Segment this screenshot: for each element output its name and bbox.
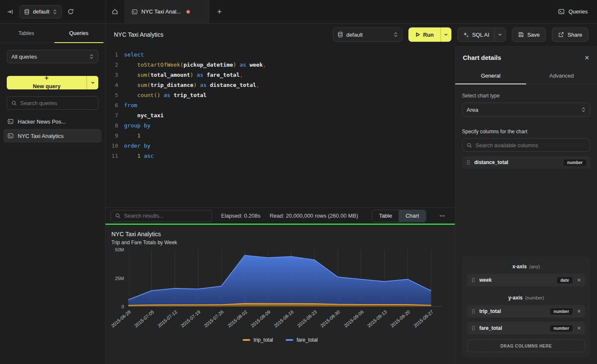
code-line: 1: [124, 131, 140, 141]
database-selector[interactable]: default: [19, 5, 62, 19]
line-number: 10: [105, 141, 118, 151]
sidebar-collapse-icon: [7, 8, 14, 15]
header-database-selector[interactable]: default: [333, 27, 403, 42]
remove-column-icon[interactable]: ✕: [577, 309, 581, 314]
view-toggle-table[interactable]: Table: [372, 210, 399, 222]
header-database-value: default: [346, 32, 390, 38]
app-body: Tables Queries All queries New query: [0, 24, 597, 364]
legend-item-fare_total[interactable]: fare_total: [286, 337, 318, 343]
column-name: trip_total: [479, 308, 501, 314]
editor-line: 1select: [105, 50, 455, 60]
chevron-down-icon: [91, 81, 95, 85]
column-chip-trip_total[interactable]: trip_totalnumber✕: [467, 305, 585, 318]
legend-label: fare_total: [297, 337, 318, 343]
query-list: Hacker News Pos...NYC Taxi Analytics: [0, 115, 105, 143]
y-axis-items: trip_totalnumber✕fare_totalnumber✕: [467, 301, 585, 334]
code-line: toStartOfWeek(pickup_datetime) as week,: [124, 60, 266, 70]
chart-title: NYC Taxi Analytics: [111, 231, 455, 237]
queries-button[interactable]: Queries: [549, 0, 597, 23]
query-search-input[interactable]: [20, 100, 94, 106]
run-button[interactable]: Run: [408, 27, 440, 42]
chevrons-updown-icon: [581, 107, 586, 113]
chart-type-label: Select chart type: [462, 93, 590, 99]
y-axis-labels: 025M50M: [105, 250, 128, 307]
close-panel-button[interactable]: ✕: [584, 54, 589, 61]
sidebar-tabs: Tables Queries: [0, 24, 105, 43]
remove-column-icon[interactable]: ✕: [577, 326, 581, 331]
editor-line: 8group by: [105, 121, 455, 131]
chart-plot: [128, 250, 443, 307]
legend-item-trip_total[interactable]: trip_total: [243, 337, 273, 343]
chart-panel: NYC Taxi Analytics Trip and Fare Totals …: [105, 225, 455, 364]
sql-editor[interactable]: 1select2 toStartOfWeek(pickup_datetime) …: [105, 46, 455, 208]
drag-columns-drop-zone[interactable]: DRAG COLUMNS HERE: [467, 340, 585, 352]
tab-advanced[interactable]: Advanced: [526, 67, 597, 84]
column-chip-distance_total[interactable]: distance_totalnumber: [462, 156, 590, 169]
more-options-button[interactable]: ⋯: [435, 213, 450, 219]
editor-line: 11 1 asc: [105, 151, 455, 161]
save-button[interactable]: Save: [512, 27, 546, 42]
remove-column-icon[interactable]: ✕: [577, 278, 581, 283]
collapse-sidebar-button[interactable]: [7, 8, 14, 15]
new-tab-button[interactable]: +: [209, 0, 230, 23]
database-icon: [338, 32, 343, 38]
x-axis-hint: (any): [529, 264, 540, 269]
x-axis-header: x-axis(any): [467, 264, 585, 270]
sidebar-tab-queries[interactable]: Queries: [53, 24, 105, 43]
chevrons-updown-icon: [89, 54, 94, 59]
axes-card: x-axis(any) weekdate✕ y-axis(number) tri…: [462, 256, 590, 357]
sql-ai-button[interactable]: SQL AI: [458, 28, 494, 41]
chevron-down-icon: [444, 32, 448, 37]
sidebar-query-item[interactable]: Hacker News Pos...: [3, 115, 102, 128]
sidebar-query-item[interactable]: NYC Taxi Analytics: [3, 129, 102, 143]
columns-search-box: [462, 138, 590, 152]
active-query-tab[interactable]: NYC Taxi Anal...: [125, 0, 209, 23]
line-number: 6: [105, 100, 118, 111]
new-query-caret-button[interactable]: [86, 76, 98, 89]
drag-handle-icon: [471, 325, 475, 331]
column-chip-week[interactable]: weekdate✕: [467, 274, 585, 286]
drag-handle-icon: [466, 159, 470, 165]
column-type-badge: number: [550, 325, 573, 332]
refresh-button[interactable]: [68, 8, 74, 15]
view-toggle-chart[interactable]: Chart: [399, 210, 426, 222]
search-icon: [467, 143, 472, 148]
new-query-button[interactable]: New query: [7, 76, 86, 89]
area-chart-svg: [128, 250, 443, 307]
share-button[interactable]: Share: [552, 27, 589, 42]
x-tick-label: 2015-09-27: [413, 309, 434, 328]
tab-general[interactable]: General: [455, 67, 526, 84]
x-tick-label: 2015-08-16: [273, 309, 294, 328]
results-search-input[interactable]: [124, 213, 207, 219]
run-caret-button[interactable]: [440, 27, 451, 42]
x-tick-label: 2015-07-12: [157, 309, 178, 328]
y-tick-label: 50M: [115, 247, 124, 252]
topbar: default NYC Taxi Anal... + Queries: [0, 0, 597, 24]
queries-filter-select[interactable]: All queries: [7, 50, 98, 63]
search-icon: [11, 100, 17, 106]
new-query-split-button: New query: [7, 76, 98, 89]
editor-line: 4 sum(trip_distance) as distance_total,: [105, 80, 455, 90]
chart-type-select[interactable]: Area: [462, 102, 590, 117]
query-icon: [132, 9, 138, 15]
legend-swatch: [243, 339, 250, 341]
sidebar-tab-tables[interactable]: Tables: [0, 24, 53, 43]
topbar-left: default: [0, 0, 105, 23]
panel-body: Select chart type Area Specify columns f…: [455, 84, 597, 364]
view-toggle: Table Chart: [372, 210, 426, 222]
editor-line: 10order by: [105, 141, 455, 151]
editor-line: 2 toStartOfWeek(pickup_datetime) as week…: [105, 60, 455, 70]
x-tick-label: 2015-08-09: [250, 309, 271, 328]
x-tick-label: 2015-07-26: [203, 309, 225, 328]
share-label: Share: [567, 32, 582, 38]
tab-title: NYC Taxi Anal...: [141, 8, 181, 15]
column-chip-fare_total[interactable]: fare_totalnumber✕: [467, 322, 585, 334]
sql-ai-caret-button[interactable]: [494, 28, 505, 41]
home-tab[interactable]: [105, 0, 125, 23]
editor-line: 9 1: [105, 131, 455, 141]
query-icon: [8, 133, 14, 139]
home-icon: [112, 8, 118, 15]
line-number: 9: [105, 131, 118, 141]
legend-label: trip_total: [254, 337, 273, 343]
columns-search-input[interactable]: [475, 142, 586, 148]
